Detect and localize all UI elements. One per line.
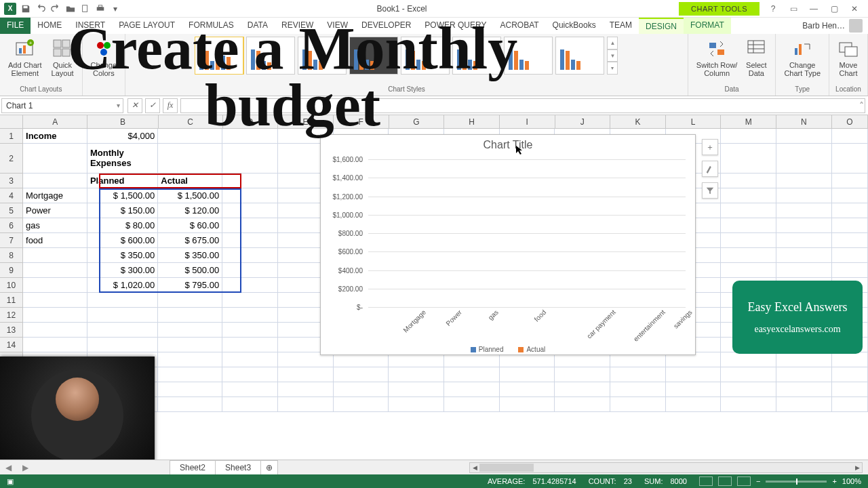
- cell-N15[interactable]: [776, 352, 832, 367]
- open-icon[interactable]: [65, 3, 76, 14]
- cell-O16[interactable]: [832, 367, 868, 382]
- chart-title[interactable]: Chart Title: [321, 135, 695, 151]
- cell-N6[interactable]: [776, 218, 832, 233]
- chart-style-gallery[interactable]: [195, 37, 604, 75]
- column-header[interactable]: N: [776, 115, 832, 128]
- cell-J18[interactable]: [555, 397, 610, 412]
- move-chart-button[interactable]: Move Chart: [835, 37, 862, 79]
- cell-F17[interactable]: [334, 382, 389, 397]
- chart-style-thumb[interactable]: [195, 37, 243, 75]
- tab-format[interactable]: FORMAT: [684, 18, 731, 34]
- tab-data[interactable]: DATA: [241, 18, 275, 34]
- cell-O18[interactable]: [832, 397, 868, 412]
- cell-I17[interactable]: [500, 382, 555, 397]
- cell-B12[interactable]: [87, 308, 158, 323]
- cell-E18[interactable]: [278, 397, 334, 412]
- column-header[interactable]: M: [721, 115, 776, 128]
- column-header[interactable]: J: [555, 115, 611, 128]
- tab-developer[interactable]: DEVELOPER: [355, 18, 418, 34]
- cell-N7[interactable]: [776, 233, 832, 248]
- new-icon[interactable]: [80, 3, 91, 14]
- cell-C13[interactable]: [158, 323, 222, 338]
- column-header[interactable]: H: [444, 115, 500, 128]
- cell-C15[interactable]: [158, 352, 222, 367]
- column-header[interactable]: B: [87, 115, 158, 128]
- cell-A4[interactable]: Mortgage: [23, 188, 87, 203]
- enter-formula-icon[interactable]: ✓: [145, 98, 160, 113]
- cell-M9[interactable]: [721, 263, 776, 278]
- tab-acrobat[interactable]: ACROBAT: [493, 18, 545, 34]
- quick-layout-button[interactable]: Quick Layout: [49, 37, 77, 79]
- cell-F18[interactable]: [334, 397, 389, 412]
- cell-J16[interactable]: [555, 367, 610, 382]
- cell-E16[interactable]: [278, 367, 334, 382]
- chart-style-thumb[interactable]: [298, 37, 347, 75]
- column-header[interactable]: F: [334, 115, 389, 128]
- cell-O8[interactable]: [832, 248, 868, 263]
- cell-D2[interactable]: [222, 144, 278, 174]
- cell-K16[interactable]: [610, 367, 666, 382]
- select-all-corner[interactable]: [0, 115, 23, 128]
- add-chart-element-button[interactable]: + Add Chart Element: [5, 37, 45, 79]
- cell-I18[interactable]: [500, 397, 555, 412]
- tab-design[interactable]: DESIGN: [639, 18, 684, 34]
- cell-M4[interactable]: [721, 188, 776, 203]
- switch-row-column-button[interactable]: Switch Row/ Column: [694, 37, 741, 79]
- cell-N17[interactable]: [776, 382, 832, 397]
- cell-A11[interactable]: [23, 293, 87, 308]
- formula-input[interactable]: [180, 98, 865, 113]
- chart-style-thumb[interactable]: [401, 37, 450, 75]
- tab-review[interactable]: REVIEW: [275, 18, 320, 34]
- cell-O9[interactable]: [832, 263, 868, 278]
- row-header[interactable]: 10: [0, 278, 23, 293]
- zoom-level[interactable]: 100%: [842, 477, 861, 485]
- column-header[interactable]: L: [666, 115, 722, 128]
- cancel-formula-icon[interactable]: ✕: [127, 98, 142, 113]
- qat-customize-icon[interactable]: ▾: [110, 3, 121, 14]
- row-header[interactable]: 4: [0, 188, 23, 203]
- cell-I16[interactable]: [500, 367, 555, 382]
- cell-M2[interactable]: [721, 144, 776, 174]
- column-header[interactable]: O: [832, 115, 868, 128]
- row-header[interactable]: 6: [0, 218, 23, 233]
- cell-O6[interactable]: [832, 218, 868, 233]
- cell-D15[interactable]: [222, 352, 278, 367]
- normal-view-icon[interactable]: [699, 476, 713, 486]
- row-header[interactable]: 1: [0, 129, 23, 144]
- cell-D18[interactable]: [222, 397, 278, 412]
- chart-style-thumb[interactable]: [452, 37, 501, 75]
- change-chart-type-button[interactable]: Change Chart Type: [781, 37, 823, 79]
- cell-D14[interactable]: [222, 338, 278, 352]
- record-macro-icon[interactable]: ▣: [7, 477, 14, 486]
- page-break-view-icon[interactable]: [737, 476, 751, 486]
- cell-O7[interactable]: [832, 233, 868, 248]
- cell-C11[interactable]: [158, 293, 222, 308]
- cell-B14[interactable]: [87, 338, 158, 352]
- zoom-slider[interactable]: [766, 481, 827, 483]
- cell-A14[interactable]: [23, 338, 87, 352]
- cell-B1[interactable]: $4,000: [87, 129, 158, 144]
- cell-O1[interactable]: [832, 129, 868, 144]
- horizontal-scrollbar[interactable]: ◀ ▶: [469, 462, 863, 473]
- cell-C14[interactable]: [158, 338, 222, 352]
- row-header[interactable]: 9: [0, 263, 23, 278]
- cell-M1[interactable]: [721, 129, 776, 144]
- page-layout-view-icon[interactable]: [718, 476, 732, 486]
- cell-M8[interactable]: [721, 248, 776, 263]
- cell-M3[interactable]: [721, 174, 776, 188]
- cell-H17[interactable]: [444, 382, 500, 397]
- cell-O15[interactable]: [832, 352, 868, 367]
- cell-C16[interactable]: [158, 367, 222, 382]
- cell-A3[interactable]: [23, 174, 87, 188]
- row-header[interactable]: 14: [0, 338, 23, 352]
- row-header[interactable]: 12: [0, 308, 23, 323]
- cell-M18[interactable]: [721, 397, 776, 412]
- collapse-ribbon-icon[interactable]: ˄: [859, 100, 864, 111]
- cell-N5[interactable]: [776, 203, 832, 218]
- cell-G18[interactable]: [389, 397, 444, 412]
- cell-C12[interactable]: [158, 308, 222, 323]
- print-preview-icon[interactable]: [95, 3, 106, 14]
- cell-G16[interactable]: [389, 367, 444, 382]
- column-header[interactable]: A: [23, 115, 87, 128]
- tab-view[interactable]: VIEW: [320, 18, 355, 34]
